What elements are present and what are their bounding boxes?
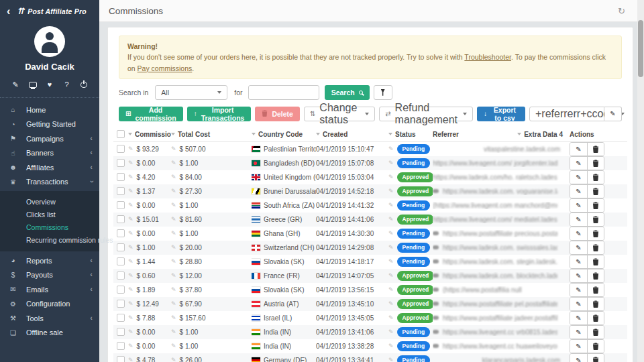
- sidebar-subitem-overview[interactable]: Overview: [0, 196, 99, 208]
- edit-row-button[interactable]: ✎: [570, 171, 587, 184]
- edit-inline-icon[interactable]: ✎: [388, 145, 394, 152]
- row-checkbox[interactable]: [117, 257, 125, 265]
- header-referrer[interactable]: Referrer Extra Data 4: [433, 131, 570, 138]
- header-commission[interactable]: Commission: [128, 131, 171, 138]
- edit-inline-icon[interactable]: ✎: [388, 300, 394, 307]
- edit-inline-icon[interactable]: ✎: [128, 230, 133, 237]
- referrer-link[interactable]: https://www.liveagent.com/ mediatel.lade…: [433, 216, 557, 223]
- delete-button[interactable]: Delete: [255, 107, 300, 121]
- delete-row-button[interactable]: [587, 255, 604, 268]
- row-checkbox[interactable]: [117, 286, 125, 294]
- refresh-icon[interactable]: ↻: [618, 6, 625, 16]
- delete-row-button[interactable]: [587, 312, 604, 324]
- delete-row-button[interactable]: [587, 185, 604, 198]
- row-checkbox[interactable]: [117, 243, 125, 251]
- edit-inline-icon[interactable]: ✎: [171, 160, 176, 166]
- edit-inline-icon[interactable]: ✎: [171, 286, 176, 293]
- referrer-link[interactable]: https://www.liveagent.com/ jorgifcenter.…: [433, 160, 557, 167]
- edit-row-button[interactable]: ✎: [570, 269, 587, 282]
- edit-inline-icon[interactable]: ✎: [171, 244, 176, 251]
- row-checkbox[interactable]: [117, 159, 125, 167]
- delete-row-button[interactable]: [587, 199, 604, 212]
- delete-row-button[interactable]: [587, 269, 604, 282]
- delete-row-button[interactable]: [587, 340, 604, 353]
- header-total-cost[interactable]: Total Cost: [171, 131, 252, 138]
- edit-inline-icon[interactable]: ✎: [388, 357, 394, 362]
- columns-select[interactable]: +referrerr+ccode: [529, 107, 604, 121]
- add-commission-button[interactable]: ⊞Add commission: [119, 107, 183, 121]
- change-status-dropdown[interactable]: ⇅ Change status: [304, 107, 375, 121]
- edit-inline-icon[interactable]: ✎: [128, 216, 133, 223]
- sidebar-item-home[interactable]: ⌂ Home: [0, 103, 99, 117]
- edit-inline-icon[interactable]: ✎: [388, 188, 394, 194]
- referrer-link[interactable]: https://www.ladesk.com. stegin.ladesk.co…: [443, 258, 557, 265]
- edit-inline-icon[interactable]: ✎: [128, 272, 133, 279]
- delete-row-button[interactable]: [587, 227, 604, 240]
- referrer-link[interactable]: https://www.postaffiliate jadeer.postaff…: [443, 314, 557, 322]
- avatar[interactable]: [34, 26, 65, 57]
- sidebar-item-tools[interactable]: ⚒ Tools ‹: [0, 311, 99, 326]
- edit-inline-icon[interactable]: ✎: [128, 174, 133, 180]
- row-checkbox[interactable]: [117, 229, 125, 237]
- edit-row-button[interactable]: ✎: [570, 241, 587, 254]
- edit-columns-button[interactable]: ✎: [604, 107, 622, 121]
- edit-inline-icon[interactable]: ✎: [128, 258, 133, 265]
- row-checkbox[interactable]: [117, 201, 125, 209]
- delete-row-button[interactable]: [587, 171, 604, 184]
- edit-inline-icon[interactable]: ✎: [128, 328, 133, 335]
- edit-inline-icon[interactable]: ✎: [171, 314, 176, 321]
- delete-row-button[interactable]: [587, 354, 604, 362]
- edit-inline-icon[interactable]: ✎: [171, 174, 176, 180]
- row-checkbox[interactable]: [117, 314, 125, 322]
- edit-inline-icon[interactable]: ✎: [388, 272, 394, 279]
- delete-row-button[interactable]: [587, 143, 604, 156]
- referrer-link[interactable]: (https://www.postaffilia null: [443, 286, 522, 294]
- row-checkbox[interactable]: [117, 145, 125, 153]
- row-checkbox[interactable]: [117, 300, 125, 308]
- delete-row-button[interactable]: [587, 298, 604, 310]
- edit-profile-icon[interactable]: ✎: [11, 80, 20, 88]
- edit-inline-icon[interactable]: ✎: [171, 216, 176, 223]
- edit-inline-icon[interactable]: ✎: [171, 145, 176, 152]
- filter-button[interactable]: [374, 85, 392, 100]
- edit-inline-icon[interactable]: ✎: [128, 286, 133, 293]
- troubleshooter-link[interactable]: Troubleshooter: [464, 53, 511, 61]
- row-checkbox[interactable]: [117, 328, 125, 336]
- select-all-checkbox[interactable]: [117, 130, 125, 138]
- edit-inline-icon[interactable]: ✎: [388, 202, 394, 208]
- header-extra-data-4[interactable]: Extra Data 4: [517, 131, 563, 138]
- edit-inline-icon[interactable]: ✎: [388, 343, 394, 349]
- edit-inline-icon[interactable]: ✎: [128, 343, 133, 349]
- header-created[interactable]: Created: [316, 131, 388, 138]
- referrer-link[interactable]: vitaspalestine.ladesk.com: [484, 145, 560, 153]
- scrollbar-thumb[interactable]: [638, 20, 643, 77]
- referrer-link[interactable]: https://www.liveagent.cc huaweiloveyou.l…: [443, 343, 557, 350]
- sidebar-item-transactions[interactable]: ♛ Transactions ‹: [0, 175, 99, 190]
- pay-commissions-link[interactable]: Pay commissions: [138, 64, 193, 72]
- row-checkbox[interactable]: [117, 187, 125, 195]
- edit-inline-icon[interactable]: ✎: [128, 244, 133, 251]
- edit-row-button[interactable]: ✎: [570, 284, 587, 296]
- row-checkbox[interactable]: [117, 215, 125, 223]
- sidebar-item-banners[interactable]: ☝ Banners ‹: [0, 146, 99, 161]
- sidebar-item-configuration[interactable]: ⚙ Configuration: [0, 297, 99, 312]
- edit-row-button[interactable]: ✎: [570, 185, 587, 198]
- edit-inline-icon[interactable]: ✎: [171, 300, 176, 307]
- edit-inline-icon[interactable]: ✎: [128, 300, 133, 307]
- delete-row-button[interactable]: [587, 213, 604, 226]
- delete-row-button[interactable]: [587, 284, 604, 296]
- edit-inline-icon[interactable]: ✎: [128, 145, 133, 152]
- referrer-link[interactable]: https://www.ladesk.com. swisssales.lades…: [443, 244, 557, 251]
- row-checkbox[interactable]: [117, 173, 125, 181]
- delete-row-button[interactable]: [587, 326, 604, 339]
- sidebar-subitem-clicks-list[interactable]: Clicks list: [0, 208, 99, 221]
- edit-inline-icon[interactable]: ✎: [171, 230, 176, 237]
- edit-row-button[interactable]: ✎: [570, 199, 587, 212]
- edit-inline-icon[interactable]: ✎: [388, 244, 394, 251]
- import-transactions-button[interactable]: ↑Import Transactions: [187, 107, 252, 121]
- edit-inline-icon[interactable]: ✎: [388, 230, 394, 237]
- edit-inline-icon[interactable]: ✎: [388, 216, 394, 223]
- edit-inline-icon[interactable]: ✎: [171, 202, 176, 208]
- monitor-icon[interactable]: [28, 80, 38, 88]
- delete-row-button[interactable]: [587, 241, 604, 254]
